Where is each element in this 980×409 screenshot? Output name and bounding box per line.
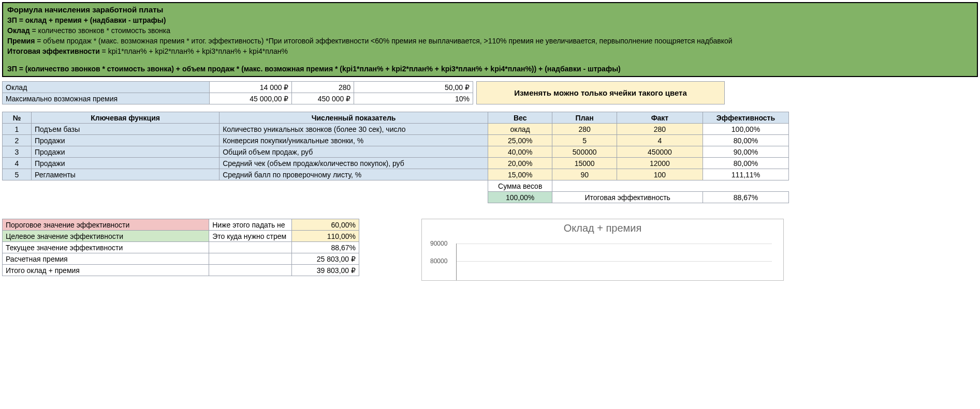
table-row: 2 Продажи Конверсия покупки/уникальные з… <box>3 135 789 146</box>
table-row: 3 Продажи Общий объем продаж, руб 40,00%… <box>3 146 789 158</box>
chart-title: Оклад + премия <box>428 222 777 234</box>
param-val2[interactable]: 450 000 ₽ <box>292 93 354 104</box>
salary-chart: Оклад + премия 90000 80000 <box>421 219 784 281</box>
param-val3[interactable]: 10% <box>354 93 473 104</box>
editable-notice: Изменять можно только ячейки такого цвет… <box>476 81 725 104</box>
formula-box: Формула начисления заработной платы ЗП =… <box>2 2 978 77</box>
formula-title: Формула начисления заработной платы <box>7 5 973 14</box>
formula-line-5: ЗП = (количество звонков * стоимость зво… <box>7 64 973 74</box>
total-eff-value: 88,67% <box>703 192 788 203</box>
kpi-header-row: № Ключевая функция Численный показатель … <box>3 112 789 124</box>
col-metric: Численный показатель <box>220 112 488 124</box>
table-row: Расчетная премия 25 803,00 ₽ <box>3 253 359 265</box>
param-label: Максимально возможная премия <box>3 93 210 104</box>
table-row: Пороговое значение эффективности Ниже эт… <box>3 219 359 231</box>
col-fact: Факт <box>617 112 703 124</box>
param-val3[interactable]: 50,00 ₽ <box>354 82 473 93</box>
sum-weights-label: Сумма весов <box>488 180 552 192</box>
col-func: Ключевая функция <box>32 112 220 124</box>
col-eff: Эффективность <box>703 112 788 124</box>
formula-line-3: Премия = объем продаж * (макс. возможная… <box>7 36 973 46</box>
formula-line-2: Оклад = количество звонков * стоимость з… <box>7 25 973 36</box>
effectiveness-table: Пороговое значение эффективности Ниже эт… <box>2 219 359 276</box>
formula-line-4: Итоговая эффективности = kpi1*план% + kp… <box>7 46 973 56</box>
sum-weights-value: 100,00% <box>488 192 552 203</box>
param-val1[interactable]: 14 000 ₽ <box>209 82 292 93</box>
params-table: Оклад 14 000 ₽ 280 50,00 ₽ Максимально в… <box>2 81 473 104</box>
col-num: № <box>3 112 32 124</box>
y-tick-label: 90000 <box>430 240 447 247</box>
total-eff-label: Итоговая эффективность <box>552 192 703 203</box>
table-row: Целевое значение эффективности Это куда … <box>3 231 359 242</box>
y-tick-label: 80000 <box>430 257 447 265</box>
table-row: Оклад 14 000 ₽ 280 50,00 ₽ <box>3 82 473 93</box>
param-val1[interactable]: 45 000,00 ₽ <box>209 93 292 104</box>
formula-line-1: ЗП = оклад + премия + (надбавки - штрафы… <box>7 15 973 25</box>
col-weight: Вес <box>488 112 552 124</box>
table-row: Итого оклад + премия 39 803,00 ₽ <box>3 265 359 276</box>
table-row: Текущее значение эффективности 88,67% <box>3 242 359 253</box>
col-plan: План <box>552 112 617 124</box>
sum-weights-row: Сумма весов <box>3 180 789 192</box>
param-val2[interactable]: 280 <box>292 82 354 93</box>
table-row: Максимально возможная премия 45 000,00 ₽… <box>3 93 473 104</box>
total-eff-row: 100,00% Итоговая эффективность 88,67% <box>3 192 789 203</box>
table-row: 4 Продажи Средний чек (объем продаж/коли… <box>3 158 789 169</box>
kpi-table: № Ключевая функция Численный показатель … <box>2 112 789 203</box>
table-row: 1 Подъем базы Количество уникальных звон… <box>3 124 789 135</box>
param-label: Оклад <box>3 82 210 93</box>
table-row: 5 Регламенты Средний балл по проверочном… <box>3 169 789 180</box>
